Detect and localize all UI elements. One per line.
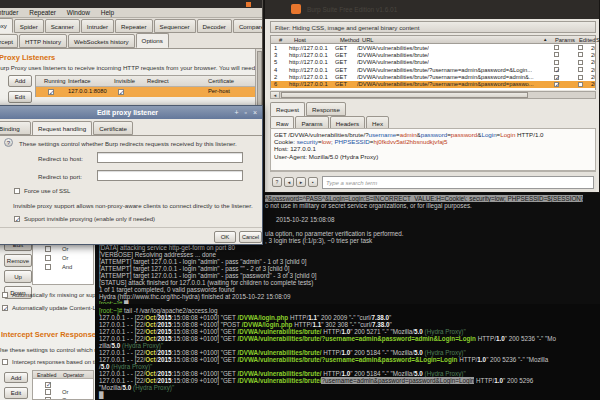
- col-invisible[interactable]: Invisible: [114, 78, 135, 84]
- listener-add-button[interactable]: Add: [8, 75, 32, 87]
- cancel-button[interactable]: Cancel: [239, 231, 262, 243]
- listener-row[interactable]: 127.0.0.1:8080 Per-host: [36, 87, 262, 97]
- tab-decoder[interactable]: Decoder: [197, 19, 232, 33]
- intercept-rule-row[interactable]: Or: [33, 254, 93, 263]
- menu-repeater[interactable]: Repeater: [29, 8, 56, 18]
- listener-interface: 127.0.0.1:8080: [68, 88, 107, 94]
- menu-intruder[interactable]: Intruder: [0, 8, 18, 18]
- terminal-line: "Mozilla/5.0 (Hydra Proxy)": [99, 384, 600, 391]
- help-icon[interactable]: ?: [4, 138, 13, 147]
- col-redirect[interactable]: Redirect: [147, 78, 169, 84]
- tab-http-history[interactable]: HTTP history: [19, 34, 67, 48]
- search-help-button[interactable]: ?: [272, 177, 282, 187]
- server-add-button[interactable]: Add: [4, 372, 28, 383]
- invisible-label: Support invisible proxying (enable only …: [24, 216, 155, 222]
- option-length-checkbox[interactable]: [2, 305, 8, 311]
- right-window-title: Burp Suite Free Edition v1.6.01: [307, 6, 397, 13]
- col-enabled[interactable]: Enabled: [37, 372, 56, 378]
- option-fix-checkbox[interactable]: [2, 292, 8, 298]
- intercept-rule-row[interactable]: And: [33, 263, 93, 272]
- tab-repeater[interactable]: Repeater: [115, 19, 152, 33]
- intercept-rule-row[interactable]: Or: [33, 396, 93, 400]
- intercept-responses-checkbox[interactable]: [2, 359, 8, 365]
- hydra-terminal-output: [DATA] attacking service http-get-form o…: [99, 244, 600, 307]
- ok-button[interactable]: OK: [214, 231, 236, 243]
- rules-remove-button[interactable]: Remove: [4, 254, 32, 267]
- history-horizontal-scrollbar[interactable]: ◂: [270, 91, 596, 99]
- tab-scanner[interactable]: Scanner: [45, 19, 80, 33]
- history-row[interactable]: 3http://127.0.0.1GET/DVWA/vulnerabilitie…: [271, 51, 595, 58]
- menu-bar: Intruder Repeater Window Help: [0, 8, 262, 18]
- history-row[interactable]: 1http://127.0.0.1GET/DVWA/vulnerabilitie…: [271, 44, 595, 51]
- terminal-line: [STATUS] attack finished for 127.0.0.1 (…: [99, 279, 600, 286]
- listener-invisible-checkbox[interactable]: [118, 89, 124, 95]
- tab-spider[interactable]: Spider: [14, 19, 44, 33]
- server-edit-button[interactable]: Edit: [4, 387, 28, 399]
- main-tab-bar: Target Proxy Spider Scanner Intruder Rep…: [0, 18, 262, 33]
- edited-checkbox: [578, 60, 583, 65]
- access-log-terminal[interactable]: [root:~]# tail -f /var/log/apache2/acces…: [95, 304, 600, 400]
- redirect-host-field[interactable]: [97, 152, 243, 163]
- tab-websockets-history[interactable]: WebSockets history: [68, 34, 135, 48]
- tab-request-handling[interactable]: Request handling: [32, 121, 92, 136]
- scrollbar-thumb[interactable]: [281, 92, 528, 98]
- redirect-port-field[interactable]: [97, 170, 243, 181]
- tab-sequencer[interactable]: Sequencer: [154, 19, 196, 33]
- search-prev-button[interactable]: ◂: [284, 177, 294, 187]
- col-number[interactable]: #: [279, 37, 282, 43]
- tab-intercept[interactable]: Intercept: [0, 34, 18, 48]
- history-row[interactable]: 2http://127.0.0.1GET/DVWA/vulnerabilitie…: [271, 74, 595, 81]
- params-checkbox: [554, 60, 559, 65]
- listener-edit-button[interactable]: Edit: [8, 91, 32, 103]
- terminal-line-fragment: 2015-10-22 15:08:08: [276, 216, 334, 223]
- col-method[interactable]: Method: [340, 37, 359, 43]
- terminal-line: 1 of 1 target completed, 0 valid passwor…: [99, 286, 600, 293]
- request-line: Cookie: security=low; PHPSESSID=hj0fkdvv…: [274, 138, 595, 145]
- redirect-port-label: Redirect to port:: [38, 173, 82, 180]
- ssl-checkbox[interactable]: [14, 188, 20, 194]
- tab-binding[interactable]: Binding: [0, 121, 31, 135]
- search-bar: ? ◂ ▸ ▪: [270, 171, 596, 192]
- col-status[interactable]: Statu: [596, 37, 600, 43]
- menu-window[interactable]: Window: [67, 8, 90, 18]
- invisible-checkbox[interactable]: [14, 216, 20, 222]
- col-operator[interactable]: Operator: [63, 372, 84, 378]
- search-next-button[interactable]: ▸: [296, 177, 306, 187]
- terminal-line: 127.0.0.1 - - [22/Oct/2015:15:08:08 +010…: [99, 321, 600, 328]
- col-certificate[interactable]: Certificate: [208, 78, 234, 84]
- terminal-line: █: [99, 391, 600, 398]
- rules-up-button[interactable]: Up: [4, 270, 32, 283]
- col-params[interactable]: Params: [555, 37, 575, 43]
- listener-running-checkbox[interactable]: [48, 89, 54, 95]
- search-options-button[interactable]: ▪: [308, 177, 318, 187]
- search-input[interactable]: [322, 176, 594, 189]
- scroll-left-arrow-icon[interactable]: ◂: [271, 92, 280, 98]
- col-host[interactable]: Host: [294, 37, 306, 43]
- col-interface[interactable]: Interface: [68, 78, 91, 84]
- dialog-window-buttons[interactable]: + ▫ ×: [234, 106, 259, 119]
- col-edited[interactable]: Edited: [579, 37, 595, 43]
- tab-proxy[interactable]: Proxy: [0, 18, 13, 33]
- history-row[interactable]: 5http://127.0.0.1GET/DVWA/vulnerabilitie…: [271, 59, 595, 66]
- history-row[interactable]: 6http://127.0.0.1GET/DVWA/vulnerabilitie…: [271, 81, 595, 88]
- menu-help[interactable]: Help: [101, 8, 114, 18]
- history-row[interactable]: 4http://127.0.0.1GET/DVWA/vulnerabilitie…: [271, 66, 595, 73]
- terminal-line-fragment: o not use in military or secret service …: [265, 202, 472, 209]
- history-filter-bar[interactable]: Filter: Hiding CSS, image and general bi…: [270, 21, 596, 33]
- tab-certificate[interactable]: Certificate: [93, 121, 133, 135]
- tab-response[interactable]: Response: [306, 102, 346, 116]
- request-raw-view[interactable]: GET /DVWA/vulnerabilities/brute/?usernam…: [270, 128, 596, 171]
- dialog-tab-divider: [0, 135, 262, 136]
- col-url[interactable]: URL: [362, 37, 374, 43]
- edited-checkbox: [578, 82, 583, 87]
- terminal-line: 127.0.0.1 - - [22/Oct/2015:15:08:08 +010…: [99, 356, 600, 363]
- col-running[interactable]: Running: [44, 78, 66, 84]
- tab-request[interactable]: Request: [270, 102, 305, 117]
- server-rules-header: Enabled Operator: [33, 371, 93, 379]
- tab-options[interactable]: Options: [136, 33, 169, 48]
- scrollbar-thumb[interactable]: [257, 51, 262, 106]
- tab-comparer[interactable]: Comparer: [233, 19, 263, 33]
- tab-intruder[interactable]: Intruder: [81, 19, 114, 33]
- sort-ascending-icon[interactable]: ▲: [543, 37, 547, 42]
- intercept-rule-row[interactable]: Or: [33, 245, 93, 254]
